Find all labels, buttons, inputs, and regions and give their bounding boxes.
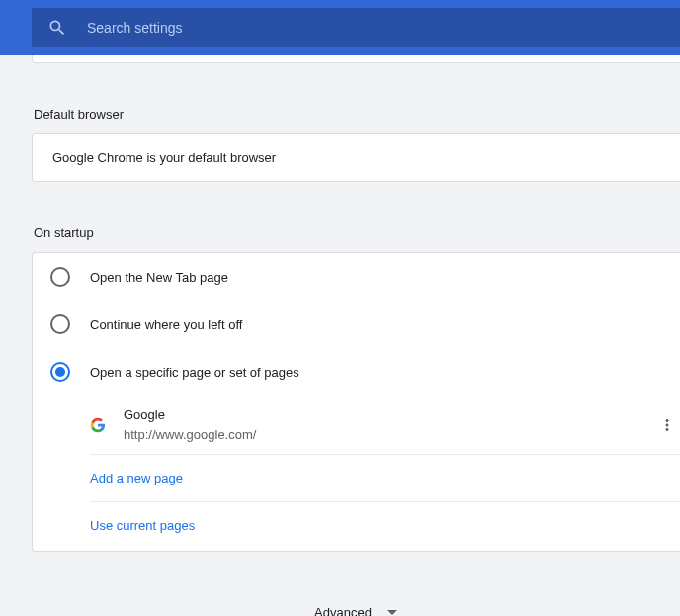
startup-option-specific-pages[interactable]: Open a specific page or set of pages xyxy=(33,348,680,396)
page-title: Google xyxy=(124,405,658,425)
previous-card-bottom xyxy=(32,55,680,63)
page-url: http://www.google.com/ xyxy=(124,425,658,445)
startup-option-continue[interactable]: Continue where you left off xyxy=(33,301,680,348)
chevron-down-icon xyxy=(387,610,397,615)
google-favicon-icon xyxy=(90,417,106,433)
search-input[interactable] xyxy=(87,20,664,36)
use-current-pages-link[interactable]: Use current pages xyxy=(90,518,195,533)
radio-icon-selected xyxy=(50,362,70,382)
search-icon xyxy=(47,18,67,38)
startup-card: Open the New Tab page Continue where you… xyxy=(32,252,680,552)
advanced-label: Advanced xyxy=(314,605,372,616)
default-browser-section-title: Default browser xyxy=(32,85,680,133)
default-browser-card: Google Chrome is your default browser xyxy=(32,133,680,182)
startup-option-new-tab[interactable]: Open the New Tab page xyxy=(33,253,680,301)
radio-icon xyxy=(50,314,70,334)
more-vert-icon[interactable] xyxy=(658,416,676,434)
startup-pages-list: Google http://www.google.com/ Add a new … xyxy=(90,396,680,551)
radio-label: Continue where you left off xyxy=(90,317,242,332)
startup-page-item: Google http://www.google.com/ xyxy=(90,396,680,455)
add-page-row[interactable]: Add a new page xyxy=(90,455,680,502)
advanced-toggle[interactable]: Advanced xyxy=(32,573,680,616)
header-bar xyxy=(0,0,680,55)
content-area: Default browser Google Chrome is your de… xyxy=(0,55,680,616)
page-info: Google http://www.google.com/ xyxy=(124,405,658,444)
default-browser-message: Google Chrome is your default browser xyxy=(33,134,680,181)
use-current-pages-row[interactable]: Use current pages xyxy=(90,502,680,551)
startup-section-title: On startup xyxy=(32,204,680,252)
radio-icon xyxy=(50,267,70,287)
search-box[interactable] xyxy=(32,8,680,47)
add-page-link[interactable]: Add a new page xyxy=(90,471,183,485)
radio-label: Open a specific page or set of pages xyxy=(90,365,299,380)
radio-label: Open the New Tab page xyxy=(90,270,228,285)
